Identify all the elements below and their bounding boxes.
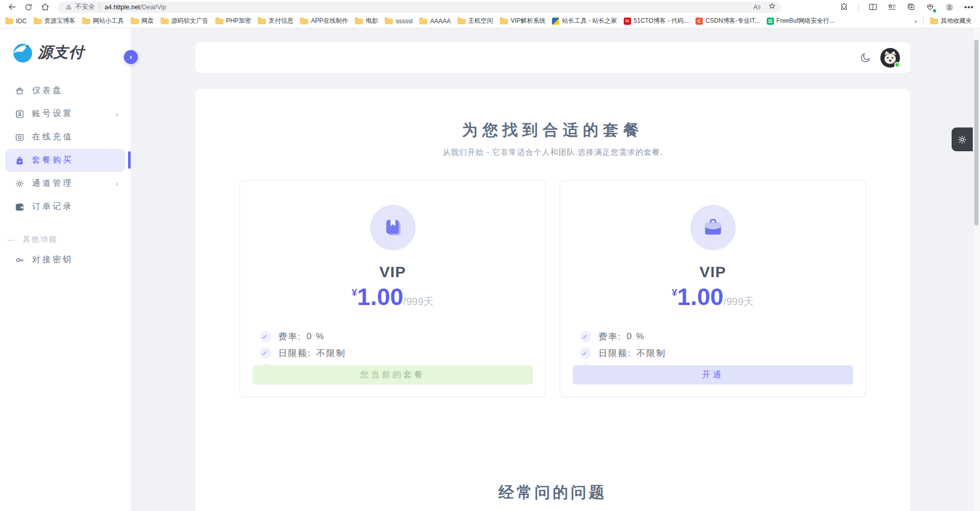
bookmark-item[interactable]: AAAAA xyxy=(419,18,451,25)
sidebar-item[interactable]: 在线充值 xyxy=(5,125,125,149)
sidebar-item[interactable]: 对接密钥 xyxy=(5,248,125,272)
sidebar-item[interactable]: 账号设置 › xyxy=(5,102,125,125)
bookmark-item[interactable]: 网盘 xyxy=(131,17,154,25)
refresh-button[interactable] xyxy=(22,2,35,13)
other-favorites[interactable]: 其他收藏夹 xyxy=(930,17,972,25)
favorites-bar-icon xyxy=(887,2,897,12)
bookmark-item[interactable]: 电影 xyxy=(355,17,378,25)
address-bar[interactable]: 不安全 a4.httple.net/Deal/Vip A xyxy=(58,2,781,13)
bookmarks-overflow-chevron[interactable]: › xyxy=(914,17,917,25)
plan-icon-circle xyxy=(690,205,736,250)
bookmark-item[interactable]: sssssl xyxy=(385,18,413,25)
sidebar-item[interactable]: 仪表盘 xyxy=(5,79,125,102)
plan-name: VIP xyxy=(560,263,865,281)
dark-mode-toggle[interactable] xyxy=(860,52,871,63)
profile-icon xyxy=(944,2,955,12)
plan-card: VIP ¥1.00/999天 ✓ 费率: 0 % xyxy=(560,180,866,397)
folder-icon xyxy=(500,18,508,24)
back-button[interactable] xyxy=(5,2,19,13)
bookmark-item[interactable]: C CSDN博客-专业IT... xyxy=(696,17,760,25)
favorite-star-icon[interactable] xyxy=(768,2,777,12)
toolbar-icon[interactable] xyxy=(925,2,935,12)
sidebar-item-label: 账号设置 xyxy=(32,108,73,119)
bookmark-item[interactable]: 51 51CTO博客 - 代码... xyxy=(624,17,689,25)
folder-icon xyxy=(5,18,13,24)
bookmark-item[interactable]: IDC xyxy=(5,18,27,25)
bookmark-label: 资源宝博客 xyxy=(44,17,75,25)
logo-icon xyxy=(12,42,34,63)
toolbar-icon[interactable] xyxy=(868,2,878,12)
price-period: /999天 xyxy=(403,296,434,307)
feature-row: ✓ 费率: 0 % xyxy=(580,328,865,345)
sidebar-item[interactable]: 订单记录 xyxy=(5,195,125,218)
bookmark-label: AAAAA xyxy=(430,18,451,25)
51cto-favicon: 51 xyxy=(624,18,631,25)
split-screen-icon xyxy=(868,2,878,12)
feature-value: 不限制 xyxy=(637,347,666,359)
bookmark-item[interactable]: 源码软文广告 xyxy=(161,17,209,25)
bookmark-label: 源码软文广告 xyxy=(171,17,209,25)
bookmark-label: VIP解析系统 xyxy=(511,17,545,25)
toolbar-icon[interactable]: ••• xyxy=(964,3,974,11)
feature-label: 费率: xyxy=(598,331,622,343)
page-subtitle: 从我们开始 - 它非常适合个人和团队.选择满足您需求的套餐. xyxy=(195,148,910,157)
bookmark-label: PHP加密 xyxy=(226,17,251,25)
logo[interactable]: 源支付 xyxy=(0,28,131,63)
url-text[interactable]: a4.httple.net/Deal/Vip xyxy=(105,4,166,11)
plans-row: VIP ¥1.00/999天 ✓ 费率: 0 % xyxy=(195,180,910,397)
sidebar-item[interactable]: 套餐购买 xyxy=(5,149,125,172)
briefcase-icon xyxy=(701,216,725,239)
security-warning-icon[interactable] xyxy=(65,4,72,10)
feature-row: ✓ 费率: 0 % xyxy=(260,328,545,345)
plan-icon-circle xyxy=(370,205,416,250)
home-button[interactable] xyxy=(38,2,52,13)
bookmark-label: 51CTO博客 - 代码... xyxy=(634,17,689,25)
price-amount: 1.00 xyxy=(677,283,724,310)
bookmark-item[interactable]: 资源宝博客 xyxy=(34,17,75,25)
sidebar-item-label: 套餐购买 xyxy=(32,155,73,166)
bookmark-item[interactable]: 站长工具 - 站长之家 xyxy=(552,17,617,25)
bookmark-item[interactable]: 主机空间 xyxy=(457,17,493,25)
read-aloud-icon[interactable]: A xyxy=(753,4,761,11)
bookmark-item[interactable]: 支付信息 xyxy=(258,17,293,25)
address-divider xyxy=(99,4,100,10)
toolbar-icon[interactable] xyxy=(906,2,916,12)
feature-row: ✓ 日限额: 不限制 xyxy=(580,345,865,361)
theme-settings-button[interactable] xyxy=(952,127,973,151)
folder-icon xyxy=(355,18,363,24)
toolbar-icon[interactable] xyxy=(887,2,897,12)
user-avatar[interactable] xyxy=(880,48,900,68)
freebuf-favicon xyxy=(767,18,774,25)
essentials-badge xyxy=(932,9,937,13)
key-icon xyxy=(14,255,25,265)
check-icon: ✓ xyxy=(260,347,271,359)
bookmark-label: APP在线制作 xyxy=(311,17,348,25)
bookmark-item[interactable]: APP在线制作 xyxy=(300,17,348,25)
plan-card: VIP ¥1.00/999天 ✓ 费率: 0 % xyxy=(240,180,546,397)
bookmark-item[interactable]: VIP解析系统 xyxy=(500,17,545,25)
scrollbar-thumb[interactable] xyxy=(974,40,978,226)
price-period: /999天 xyxy=(723,296,754,307)
plan-action-button[interactable]: 您当前的套餐 xyxy=(252,365,533,385)
bookmark-label: sssssl xyxy=(396,18,413,25)
bookmark-label: IDC xyxy=(16,18,27,25)
online-status-dot xyxy=(894,62,900,68)
toolbar-icon[interactable] xyxy=(839,2,849,12)
folder-icon xyxy=(457,18,466,24)
app-root: 源支付 仪表盘 xyxy=(0,28,980,511)
chevron-right-icon: › xyxy=(116,179,118,188)
toolbar-icon[interactable] xyxy=(944,2,955,12)
plan-action-button[interactable]: 开通 xyxy=(573,365,853,385)
book-icon xyxy=(382,216,404,239)
bookmark-item[interactable]: PHP加密 xyxy=(215,17,251,25)
toolbar-icon[interactable] xyxy=(858,3,859,11)
collections-icon xyxy=(906,2,916,12)
folder-icon xyxy=(215,18,224,24)
bookmark-item[interactable]: FreeBuf网络安全行... xyxy=(767,17,835,25)
bookmark-item[interactable]: 网站小工具 xyxy=(82,17,124,25)
sidebar-collapse-button[interactable]: ‹ xyxy=(124,50,138,64)
csdn-favicon: C xyxy=(696,18,703,25)
sidebar-item[interactable]: 通道管理 › xyxy=(5,172,125,195)
sidebar-item-label: 订单记录 xyxy=(32,201,73,212)
folder-icon xyxy=(930,18,938,24)
